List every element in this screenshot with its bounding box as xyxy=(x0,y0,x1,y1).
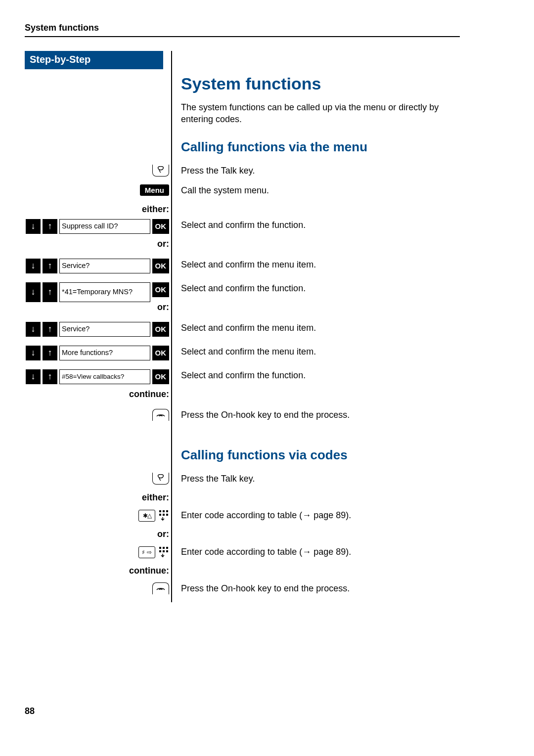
talk-key-desc: Press the Talk key. xyxy=(172,165,460,176)
section1-title: Calling functions via the menu xyxy=(181,139,460,155)
svg-rect-8 xyxy=(166,547,168,549)
display-text: Service? xyxy=(59,322,150,337)
nav-row: ↓ ↑ #58=View callbacks? OK xyxy=(26,369,169,384)
up-arrow-icon: ↑ xyxy=(43,259,57,273)
svg-rect-9 xyxy=(159,550,161,552)
talk-key-icon xyxy=(152,165,169,177)
row-desc: Select and confirm the menu item. xyxy=(172,322,460,333)
intro-text: The system functions can be called up vi… xyxy=(181,101,460,126)
step-by-step-header: Step-by-Step xyxy=(25,51,163,69)
ok-button: OK xyxy=(152,369,170,384)
down-arrow-icon: ↓ xyxy=(26,369,41,384)
down-arrow-icon: ↓ xyxy=(26,259,41,273)
svg-rect-7 xyxy=(163,547,165,549)
or-label: or: xyxy=(25,529,169,539)
talk-key-desc: Press the Talk key. xyxy=(172,473,460,484)
down-arrow-icon: ↓ xyxy=(26,346,41,360)
section2-title: Calling functions via codes xyxy=(181,447,460,463)
onhook-key-icon xyxy=(152,409,169,421)
up-arrow-icon: ↑ xyxy=(43,346,57,360)
keypad-icon xyxy=(158,546,169,559)
row-desc: Select and confirm the function. xyxy=(172,369,460,381)
talk-key-icon xyxy=(152,473,169,485)
star-key-icon: ✱△ xyxy=(138,510,155,522)
row-desc: Select and confirm the menu item. xyxy=(172,346,460,357)
column-divider xyxy=(171,51,172,602)
ok-button: OK xyxy=(152,322,170,337)
svg-rect-1 xyxy=(163,510,165,512)
display-text: Service? xyxy=(59,259,150,273)
down-arrow-icon: ↓ xyxy=(26,219,41,234)
row-desc: Select and confirm the function. xyxy=(172,219,460,230)
nav-row: ↓ ↑ More functions? OK xyxy=(26,346,169,360)
down-arrow-icon: ↓ xyxy=(26,322,41,337)
page-header: System functions xyxy=(25,23,460,37)
ok-button: OK xyxy=(152,259,170,273)
ok-button: OK xyxy=(152,346,170,360)
up-arrow-icon: ↑ xyxy=(43,282,57,302)
onhook-key-icon xyxy=(152,582,169,594)
or-label: or: xyxy=(25,239,169,249)
svg-rect-5 xyxy=(166,514,168,516)
row-desc: Select and confirm the menu item. xyxy=(172,259,460,270)
ok-button: OK xyxy=(152,282,170,297)
down-arrow-icon: ↓ xyxy=(26,282,41,302)
enter-code-desc: Enter code according to table (→ page 89… xyxy=(172,546,460,557)
enter-code-desc: Enter code according to table (→ page 89… xyxy=(172,509,460,521)
up-arrow-icon: ↑ xyxy=(43,369,57,384)
or-label: or: xyxy=(25,302,169,312)
either-label: either: xyxy=(25,492,169,503)
nav-row: ↓ ↑ Service? OK xyxy=(26,259,169,273)
ok-button: OK xyxy=(152,219,170,234)
hash-key-icon: ♯ ⇨ xyxy=(138,546,155,558)
svg-rect-3 xyxy=(159,514,161,516)
nav-row: ↓ ↑ Suppress call ID? OK xyxy=(26,219,169,234)
continue-label: continue: xyxy=(25,389,169,400)
svg-rect-2 xyxy=(166,510,168,512)
menu-desc: Call the system menu. xyxy=(172,184,460,196)
display-text: More functions? xyxy=(59,346,150,360)
svg-rect-0 xyxy=(159,510,161,512)
svg-rect-11 xyxy=(166,550,168,552)
row-desc: Select and confirm the function. xyxy=(172,282,460,294)
keypad-icon xyxy=(158,509,169,522)
nav-row: ↓ ↑ *41=Temporary MNS? OK xyxy=(26,282,169,302)
menu-button: Menu xyxy=(140,184,169,196)
svg-rect-10 xyxy=(163,550,165,552)
page-title: System functions xyxy=(181,74,460,93)
svg-rect-4 xyxy=(163,514,165,516)
display-text: *41=Temporary MNS? xyxy=(59,282,150,302)
up-arrow-icon: ↑ xyxy=(43,219,57,234)
either-label: either: xyxy=(25,204,169,215)
onhook-desc: Press the On-hook key to end the process… xyxy=(172,582,460,594)
display-text: #58=View callbacks? xyxy=(59,369,150,384)
onhook-desc: Press the On-hook key to end the process… xyxy=(172,409,460,420)
page-number: 88 xyxy=(25,706,460,716)
up-arrow-icon: ↑ xyxy=(43,322,57,337)
continue-label: continue: xyxy=(25,566,169,576)
display-text: Suppress call ID? xyxy=(59,219,150,234)
svg-rect-6 xyxy=(159,547,161,549)
nav-row: ↓ ↑ Service? OK xyxy=(26,322,169,337)
